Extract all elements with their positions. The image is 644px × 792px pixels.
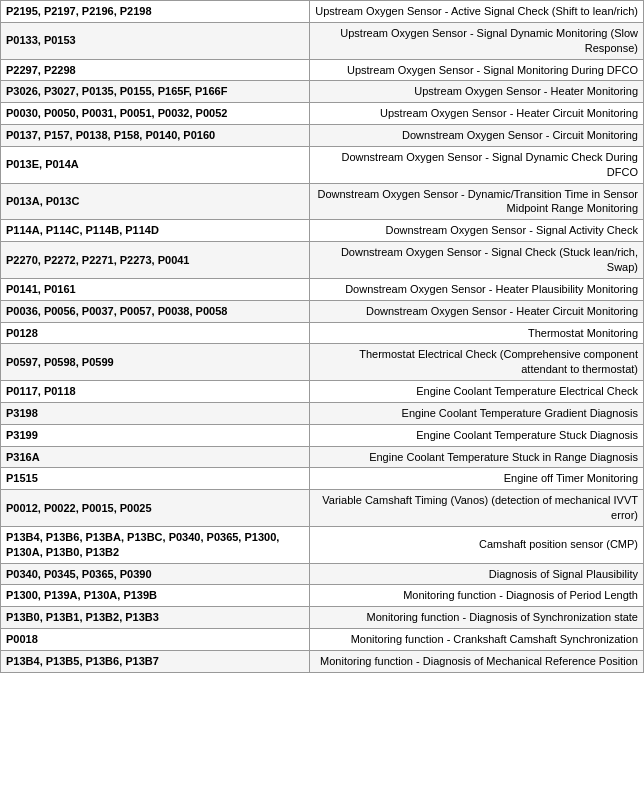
table-row: P0036, P0056, P0037, P0057, P0038, P0058… [1,300,644,322]
dtc-codes: P114A, P114C, P114B, P114D [1,220,310,242]
table-row: P1300, P139A, P130A, P139BMonitoring fun… [1,585,644,607]
dtc-description: Monitoring function - Crankshaft Camshaf… [309,629,643,651]
dtc-codes: P13B4, P13B5, P13B6, P13B7 [1,651,310,673]
dtc-description: Monitoring function - Diagnosis of Mecha… [309,651,643,673]
table-row: P0137, P157, P0138, P158, P0140, P0160Do… [1,125,644,147]
dtc-description: Upstream Oxygen Sensor - Heater Monitori… [309,81,643,103]
table-row: P3198Engine Coolant Temperature Gradient… [1,402,644,424]
table-row: P2195, P2197, P2196, P2198Upstream Oxyge… [1,1,644,23]
table-row: P114A, P114C, P114B, P114DDownstream Oxy… [1,220,644,242]
dtc-codes: P0141, P0161 [1,278,310,300]
dtc-codes: P1300, P139A, P130A, P139B [1,585,310,607]
table-row: P13B0, P13B1, P13B2, P13B3Monitoring fun… [1,607,644,629]
table-row: P1515Engine off Timer Monitoring [1,468,644,490]
dtc-codes: P0133, P0153 [1,22,310,59]
dtc-description: Monitoring function - Diagnosis of Synch… [309,607,643,629]
dtc-codes: P316A [1,446,310,468]
table-row: P0117, P0118Engine Coolant Temperature E… [1,381,644,403]
table-row: P0597, P0598, P0599Thermostat Electrical… [1,344,644,381]
dtc-codes: P3026, P3027, P0135, P0155, P165F, P166F [1,81,310,103]
dtc-description: Variable Camshaft Timing (Vanos) (detect… [309,490,643,527]
dtc-codes: P3199 [1,424,310,446]
table-row: P0133, P0153Upstream Oxygen Sensor - Sig… [1,22,644,59]
dtc-codes: P3198 [1,402,310,424]
dtc-codes: P0012, P0022, P0015, P0025 [1,490,310,527]
dtc-description: Downstream Oxygen Sensor - Signal Dynami… [309,146,643,183]
dtc-codes: P2270, P2272, P2271, P2273, P0041 [1,242,310,279]
dtc-codes: P0128 [1,322,310,344]
dtc-description: Upstream Oxygen Sensor - Signal Dynamic … [309,22,643,59]
dtc-description: Upstream Oxygen Sensor - Active Signal C… [309,1,643,23]
table-row: P13B4, P13B6, P13BA, P13BC, P0340, P0365… [1,526,644,563]
dtc-codes: P1515 [1,468,310,490]
dtc-codes: P0340, P0345, P0365, P0390 [1,563,310,585]
table-row: P013A, P013CDownstream Oxygen Sensor - D… [1,183,644,220]
table-row: P0030, P0050, P0031, P0051, P0032, P0052… [1,103,644,125]
dtc-table: P2195, P2197, P2196, P2198Upstream Oxyge… [0,0,644,673]
dtc-codes: P0018 [1,629,310,651]
dtc-codes: P13B0, P13B1, P13B2, P13B3 [1,607,310,629]
table-row: P0141, P0161Downstream Oxygen Sensor - H… [1,278,644,300]
table-row: P2297, P2298Upstream Oxygen Sensor - Sig… [1,59,644,81]
table-row: P0012, P0022, P0015, P0025Variable Camsh… [1,490,644,527]
dtc-description: Upstream Oxygen Sensor - Signal Monitori… [309,59,643,81]
dtc-description: Monitoring function - Diagnosis of Perio… [309,585,643,607]
dtc-codes: P13B4, P13B6, P13BA, P13BC, P0340, P0365… [1,526,310,563]
table-row: P13B4, P13B5, P13B6, P13B7Monitoring fun… [1,651,644,673]
table-row: P013E, P014ADownstream Oxygen Sensor - S… [1,146,644,183]
dtc-description: Camshaft position sensor (CMP) [309,526,643,563]
dtc-description: Downstream Oxygen Sensor - Heater Plausi… [309,278,643,300]
table-row: P0340, P0345, P0365, P0390Diagnosis of S… [1,563,644,585]
dtc-description: Downstream Oxygen Sensor - Dynamic/Trans… [309,183,643,220]
dtc-codes: P2195, P2197, P2196, P2198 [1,1,310,23]
dtc-description: Engine Coolant Temperature Stuck Diagnos… [309,424,643,446]
dtc-description: Engine off Timer Monitoring [309,468,643,490]
dtc-description: Downstream Oxygen Sensor - Signal Check … [309,242,643,279]
dtc-description: Diagnosis of Signal Plausibility [309,563,643,585]
dtc-codes: P0137, P157, P0138, P158, P0140, P0160 [1,125,310,147]
table-row: P0128Thermostat Monitoring [1,322,644,344]
dtc-description: Downstream Oxygen Sensor - Signal Activi… [309,220,643,242]
dtc-codes: P0030, P0050, P0031, P0051, P0032, P0052 [1,103,310,125]
dtc-codes: P2297, P2298 [1,59,310,81]
dtc-codes: P0597, P0598, P0599 [1,344,310,381]
dtc-description: Engine Coolant Temperature Electrical Ch… [309,381,643,403]
dtc-codes: P0036, P0056, P0037, P0057, P0038, P0058 [1,300,310,322]
dtc-description: Upstream Oxygen Sensor - Heater Circuit … [309,103,643,125]
dtc-codes: P0117, P0118 [1,381,310,403]
dtc-codes: P013A, P013C [1,183,310,220]
dtc-description: Downstream Oxygen Sensor - Heater Circui… [309,300,643,322]
dtc-codes: P013E, P014A [1,146,310,183]
dtc-description: Engine Coolant Temperature Stuck in Rang… [309,446,643,468]
dtc-description: Engine Coolant Temperature Gradient Diag… [309,402,643,424]
table-row: P3026, P3027, P0135, P0155, P165F, P166F… [1,81,644,103]
table-row: P316AEngine Coolant Temperature Stuck in… [1,446,644,468]
dtc-description: Thermostat Monitoring [309,322,643,344]
dtc-description: Downstream Oxygen Sensor - Circuit Monit… [309,125,643,147]
dtc-description: Thermostat Electrical Check (Comprehensi… [309,344,643,381]
table-row: P2270, P2272, P2271, P2273, P0041Downstr… [1,242,644,279]
table-row: P0018Monitoring function - Crankshaft Ca… [1,629,644,651]
table-row: P3199Engine Coolant Temperature Stuck Di… [1,424,644,446]
